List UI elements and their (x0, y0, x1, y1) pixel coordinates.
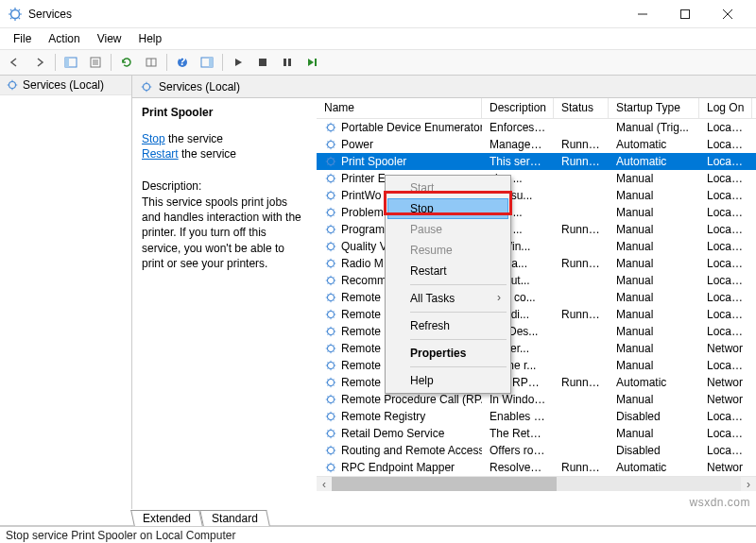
service-row[interactable]: Quality Vty Win...ManualLocal Sy (317, 238, 756, 255)
menu-view[interactable]: View (90, 30, 129, 47)
close-button[interactable] (706, 1, 748, 27)
start-service-button[interactable] (227, 52, 249, 73)
service-name: PrintWo (341, 189, 381, 202)
service-row[interactable]: Radio MMana...RunningManualLocal Sy (317, 255, 756, 272)
service-name: Quality V (341, 240, 387, 253)
service-startup: Automatic (609, 376, 699, 389)
service-startup: Manual (609, 189, 699, 202)
service-status: Running (554, 138, 609, 151)
service-name: Program (341, 223, 385, 236)
svg-point-30 (328, 363, 335, 369)
service-logon: Local Sy (699, 291, 752, 304)
service-name: Recomm (341, 274, 387, 287)
col-status[interactable]: Status (554, 98, 609, 118)
scroll-right-arrow[interactable]: › (741, 477, 756, 491)
service-name: Remote (341, 359, 381, 372)
service-row[interactable]: Remotees the r...ManualLocal Sy (317, 357, 756, 374)
context-menu-all-tasks[interactable]: All Tasks (387, 288, 508, 309)
service-row[interactable]: Remotees a co...ManualLocal Sy (317, 289, 756, 306)
service-startup: Manual (609, 274, 699, 287)
service-logon: Local Sy (699, 155, 752, 168)
export-list-button[interactable] (140, 52, 163, 73)
watermark: wsxdn.com (689, 496, 750, 509)
service-row[interactable]: RPC Endpoint MapperResolves RP...Running… (317, 459, 756, 476)
properties-button[interactable] (84, 52, 107, 73)
service-list[interactable]: Name Description Status Startup Type Log… (317, 98, 756, 509)
gear-icon (324, 444, 337, 457)
horizontal-scrollbar[interactable]: ‹ › (317, 476, 756, 491)
service-row[interactable]: Printer Evice ...ManualLocal Sy (317, 170, 756, 187)
col-description[interactable]: Description (482, 98, 554, 118)
context-menu: StartStopPauseResumeRestartAll TasksRefr… (385, 175, 511, 394)
service-row[interactable]: Remoteote Des...ManualLocal Sy (317, 323, 756, 340)
pause-service-button[interactable] (276, 52, 299, 73)
gear-icon (324, 274, 337, 287)
tree-node-services-local[interactable]: Services (Local) (0, 76, 131, 95)
service-name: Problem (341, 206, 384, 219)
menu-file[interactable]: File (6, 30, 39, 47)
service-description: Offers routi... (482, 444, 554, 457)
maximize-button[interactable] (663, 1, 706, 27)
svg-point-24 (328, 261, 335, 267)
back-button[interactable] (4, 52, 26, 73)
menu-action[interactable]: Action (41, 30, 87, 47)
menu-help[interactable]: Help (131, 30, 170, 47)
console-tree[interactable]: Services (Local) (0, 76, 132, 509)
tab-extended[interactable]: Extended (130, 510, 202, 526)
service-status: Running (554, 223, 609, 236)
service-row[interactable]: Portable Device Enumerator...Enforces gr… (317, 119, 756, 136)
service-logon: Networ (699, 376, 752, 389)
svg-point-21 (328, 210, 335, 216)
svg-point-15 (144, 83, 150, 90)
tab-standard[interactable]: Standard (199, 510, 269, 526)
svg-point-33 (328, 414, 335, 420)
svg-point-31 (328, 380, 335, 386)
service-name: Retail Demo Service (341, 427, 444, 440)
service-row[interactable]: Programvice ...RunningManualLocal Sy (317, 221, 756, 238)
show-hide-action-pane-button[interactable] (196, 52, 218, 73)
svg-rect-9 (209, 58, 213, 67)
restart-service-link[interactable]: Restart (142, 147, 179, 161)
col-log-on[interactable]: Log On (699, 98, 752, 118)
service-row[interactable]: PrintWodes su...ManualLocal Sy (317, 187, 756, 204)
service-row[interactable]: Remote Procedure Call (RP...In Windows..… (317, 391, 756, 408)
service-row[interactable]: Remote RegistryEnables rem...DisabledLoc… (317, 408, 756, 425)
service-row[interactable]: Remotes user...ManualNetwor (317, 340, 756, 357)
context-menu-restart[interactable]: Restart (387, 261, 508, 281)
service-row[interactable]: Recommes aut...ManualLocal Sy (317, 272, 756, 289)
service-row[interactable]: Remote Procedure Call (RPC)The RPCSS s..… (317, 374, 756, 391)
service-status: Running (554, 376, 609, 389)
service-startup: Manual (609, 240, 699, 253)
scroll-thumb[interactable] (332, 477, 557, 491)
context-menu-refresh[interactable]: Refresh (387, 315, 508, 336)
context-menu-help[interactable]: Help (387, 370, 508, 391)
scroll-left-arrow[interactable]: ‹ (317, 477, 332, 491)
context-menu-stop[interactable]: Stop (387, 198, 508, 219)
service-row[interactable]: PowerManages p...RunningAutomaticLocal S… (317, 136, 756, 153)
svg-point-17 (328, 142, 335, 148)
service-row[interactable]: Problemvice ...ManualLocal Sy (317, 204, 756, 221)
context-menu-properties[interactable]: Properties (387, 343, 508, 364)
context-menu-pause: Pause (387, 219, 508, 240)
help-button[interactable]: ? (171, 52, 194, 73)
service-startup: Manual (609, 257, 699, 270)
service-row[interactable]: Print SpoolerThis service ...RunningAuto… (317, 153, 756, 170)
gear-icon (324, 461, 337, 474)
svg-point-35 (328, 448, 335, 454)
stop-service-button[interactable] (251, 52, 274, 73)
col-name[interactable]: Name (317, 98, 482, 118)
minimize-button[interactable] (621, 1, 663, 27)
service-description: Enables rem... (482, 410, 554, 423)
col-startup-type[interactable]: Startup Type (609, 98, 699, 118)
service-row[interactable]: Retail Demo ServiceThe Retail D...Manual… (317, 425, 756, 442)
stop-service-link[interactable]: Stop (142, 132, 165, 145)
gear-icon (324, 427, 337, 440)
service-name: Remote Procedure Call (RP... (341, 393, 482, 406)
refresh-button[interactable] (115, 52, 138, 73)
restart-service-button[interactable] (301, 52, 323, 73)
service-row[interactable]: Remoteges di...RunningManualLocal Sy (317, 306, 756, 323)
service-row[interactable]: Routing and Remote AccessOffers routi...… (317, 442, 756, 459)
show-hide-console-tree-button[interactable] (60, 52, 82, 73)
forward-button[interactable] (28, 52, 51, 73)
service-name: Routing and Remote Access (341, 444, 482, 457)
